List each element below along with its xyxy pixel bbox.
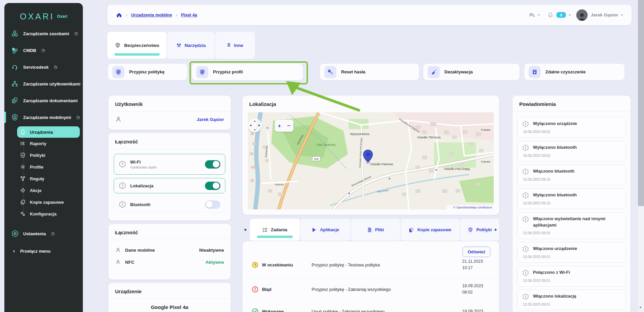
sidebar-item-cmdb[interactable]: CMDB ◷ <box>4 42 83 59</box>
breadcrumb-separator: › <box>126 12 127 18</box>
location-toggle-row: ! Lokalizacja <box>114 178 225 193</box>
sidebar-subitem-label: Akcje <box>30 188 42 193</box>
map-attribution[interactable]: © OpenStreetMap contributors <box>453 206 492 209</box>
location-toggle[interactable] <box>205 182 220 190</box>
notification-text: Połączono z Wi-Fi <box>533 269 570 276</box>
sidebar-item-servicedesk[interactable]: Servicedesk ◷ <box>4 59 83 75</box>
tab-zadania[interactable]: Zadania <box>250 219 300 241</box>
notification-item[interactable]: !Włączono urządzenie 13.09.2023 09:01 <box>517 242 626 263</box>
task-row[interactable]: Błąd Przypisz politykę - Zabraniaj wszys… <box>243 278 499 300</box>
bell-icon[interactable] <box>547 12 553 18</box>
divider <box>108 299 231 299</box>
language-selector[interactable]: PL <box>529 12 535 17</box>
users-icon <box>11 80 19 87</box>
notification-item[interactable]: !Włączono wyświetlanie nad innymi aplika… <box>517 212 626 239</box>
tools-icon: ⚒ <box>176 42 181 49</box>
map[interactable]: ≋ 945 Wyszymieście Osiedle Parkowe Osied… <box>248 112 494 209</box>
zoom-in-button[interactable]: + <box>278 123 281 129</box>
hexagon-alert-icon: ! <box>522 121 529 127</box>
zoom-out-button[interactable]: − <box>287 123 290 129</box>
remote-wipe-button[interactable]: Zdalne czyszczenie <box>524 64 625 80</box>
sidebar-subitem-reguly[interactable]: Reguły <box>17 173 80 185</box>
hexagon-alert-icon: ! <box>522 168 529 175</box>
tab-bezpieczenstwo[interactable]: Bezpieczeństwo <box>107 32 167 59</box>
pan-down-icon[interactable]: ▼ <box>254 129 256 131</box>
device-model: Google Pixel 4a <box>108 304 231 310</box>
sidebar-item-label: CMDB <box>23 48 36 53</box>
chevron-left-icon: ‹ <box>13 248 15 254</box>
sidebar-item-zarzadzanie-dokumentami[interactable]: Zarządzanie dokumentami ◷ <box>4 92 83 109</box>
wifi-toggle[interactable] <box>205 160 220 169</box>
svg-text:!: ! <box>525 146 526 149</box>
avatar[interactable] <box>576 9 588 21</box>
notification-item[interactable]: !Włączono lokalizację 13.09.2023 09:01 <box>517 290 626 310</box>
pan-left-icon[interactable]: ◀ <box>250 124 251 127</box>
notification-item[interactable]: !Wyłączono urządznie 19.09.2023 09:02 <box>517 117 626 138</box>
tabs-scroll-right-icon[interactable]: ▶ <box>495 228 497 231</box>
sidebar-subitem-konfiguracja[interactable]: Konfiguracja <box>17 208 80 220</box>
tab-pliki[interactable]: Pliki <box>351 219 400 241</box>
notification-item[interactable]: !Włączono bluetooth 13.09.2023 09:15 <box>517 165 626 185</box>
notification-text: Włączono bluetooth <box>533 168 574 175</box>
breadcrumb-link-pixel-4a[interactable]: Pixel 4a <box>181 12 197 17</box>
chevron-down-icon[interactable]: ▾ <box>621 13 623 17</box>
sidebar-item-label: Ustawienia <box>23 231 46 236</box>
tab-polityki[interactable]: Polityki <box>460 219 499 241</box>
assign-profile-button[interactable]: Przypisz profil <box>192 64 303 80</box>
svg-text:!: ! <box>122 203 123 206</box>
pan-right-icon[interactable]: ▶ <box>259 124 260 127</box>
wifi-label: Wi-Fi <box>130 160 157 165</box>
assign-policy-button[interactable]: Przypisz politykę <box>108 64 187 80</box>
svg-text:!: ! <box>525 122 526 126</box>
connectivity-card: Łączność ! Wi-Fi <unknown ssid> ! Lokali… <box>108 133 231 221</box>
sidebar-subitem-kopie-zapasowe[interactable]: Kopie zapasowe <box>17 196 80 208</box>
task-date: 18.09.2023 <box>462 283 490 289</box>
notification-item[interactable]: !Połączono z Wi-Fi 13.09.2023 09:01 <box>517 266 626 287</box>
sidebar-item-zarzadzanie-uzytkownikami[interactable]: Zarządzanie użytkownikami ◷ <box>4 75 83 92</box>
page-scrollbar-thumb[interactable] <box>638 0 644 206</box>
sidebar-subitem-raporty[interactable]: Raporty <box>17 138 80 149</box>
deactivate-button[interactable]: Dezaktywacja <box>423 64 520 80</box>
user-name[interactable]: Jarek Gąsior <box>591 12 618 17</box>
sidebar-subitem-akcje[interactable]: Akcje <box>17 185 80 196</box>
hexagon-alert-icon: ! <box>522 216 529 223</box>
svg-text:!: ! <box>525 217 526 221</box>
map-pan-control[interactable]: ▲ ▼ ◀ ▶ <box>248 118 262 132</box>
scrollbar-down-arrow-icon[interactable]: ▾ <box>640 306 641 309</box>
sidebar-subitem-label: Raporty <box>30 141 46 146</box>
breadcrumb-separator: › <box>176 12 177 18</box>
person-icon <box>115 259 121 265</box>
user-link[interactable]: Jarek Gąsior <box>197 117 224 122</box>
key-icon <box>324 66 336 78</box>
toggle-menu-button[interactable]: ‹ Przełącz menu <box>4 248 83 254</box>
tab-narzedzia[interactable]: ⚒ Narzędzia <box>167 32 215 59</box>
task-description: Przypisz politykę - Testowa polityka <box>312 262 462 267</box>
home-icon[interactable] <box>116 12 122 18</box>
sidebar-subitem-profile[interactable]: Profile <box>17 161 80 173</box>
sidebar-item-zarzadzanie-mobilnymi[interactable]: Zarządzanie mobilnymi ◷ <box>4 109 83 126</box>
chevron-down-icon[interactable]: ▾ <box>569 13 571 17</box>
tab-inne[interactable]: ⠿ Inne <box>215 32 255 59</box>
notification-item[interactable]: !Wyłączono bluetooth 19.09.2023 09:02 <box>517 141 626 162</box>
notification-count-badge[interactable]: 0 <box>556 12 566 18</box>
tab-kopie-zapasowe[interactable]: Kopie zapasowe <box>401 219 460 241</box>
notification-item[interactable]: !Wyłączono bluetooth 13.09.2023 09:15 <box>517 188 626 209</box>
actions-icon <box>20 188 26 193</box>
sidebar-item-ustawienia[interactable]: Ustawienia ◷ <box>4 225 83 242</box>
broom-icon <box>428 66 440 78</box>
reset-password-button[interactable]: Reset hasła <box>320 64 419 80</box>
rules-icon <box>20 176 26 182</box>
task-row[interactable]: W oczekiwaniu Przypisz politykę - Testow… <box>243 251 499 278</box>
copy-icon <box>409 227 414 233</box>
wifi-ssid: <unknown ssid> <box>130 165 157 169</box>
sidebar-subitem-polityki[interactable]: Polityki <box>17 149 80 161</box>
tabs-scroll-left-icon[interactable]: ◀ <box>244 228 246 231</box>
sidebar-subitem-urzadzenia[interactable]: Urządzenia <box>17 126 80 138</box>
detail-tab-label: Pliki <box>375 227 384 232</box>
task-row[interactable]: Wykonane Usuń politykę - Zabraniaj wszys… <box>243 300 499 312</box>
breadcrumb-link-urzadzenia-mobilne[interactable]: Urządzenia mobilne <box>131 12 172 17</box>
pan-up-icon[interactable]: ▲ <box>254 120 256 122</box>
tab-aplikacje[interactable]: Aplikacje <box>301 219 351 241</box>
bluetooth-toggle[interactable] <box>205 200 220 209</box>
sidebar-item-zarzadzanie-zasobami[interactable]: Zarządzanie zasobami ◷ <box>4 25 83 42</box>
